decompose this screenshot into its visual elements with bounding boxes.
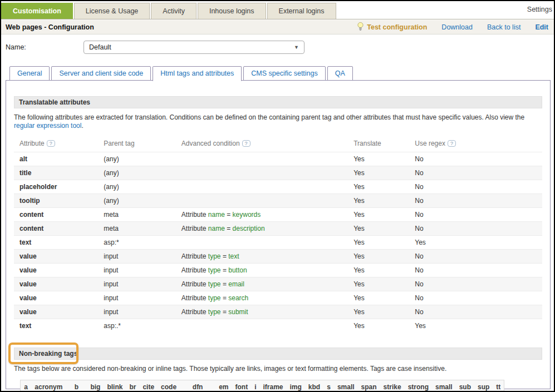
condition-part: type — [208, 266, 221, 274]
name-dropdown[interactable]: Default ▼ — [84, 41, 304, 54]
sub-tab-qa[interactable]: QA — [327, 66, 353, 81]
cell-advanced-condition — [181, 180, 353, 194]
cell-use-regex: No — [415, 277, 513, 291]
cell-parent-tag: input — [104, 250, 181, 264]
condition-part: = — [225, 211, 233, 219]
tag-item: strike — [380, 380, 405, 392]
tag-item: sup — [474, 380, 493, 392]
back-to-list-link[interactable]: Back to list — [487, 23, 520, 31]
cell-translate: Yes — [353, 305, 415, 319]
cell-empty — [514, 236, 542, 250]
top-tab-strip: CustomisationLicense & UsageActivityInho… — [1, 1, 554, 19]
cell-use-regex: No — [415, 305, 513, 319]
tag-item: span — [358, 380, 380, 392]
top-tab-activity[interactable]: Activity — [151, 3, 197, 19]
sub-tab-html-tags-and-attributes[interactable]: Html tags and attributes — [153, 66, 242, 81]
cell-empty — [514, 305, 542, 319]
top-tab-customisation[interactable]: Customisation — [1, 3, 73, 19]
condition-part: type — [208, 280, 221, 288]
condition-part: Attribute — [181, 294, 208, 302]
cell-parent-tag: (any) — [104, 194, 181, 208]
tag-item: b — [66, 380, 87, 392]
cell-use-regex: No — [415, 208, 513, 222]
table-row: valueinputAttribute type = submitYesNo — [14, 305, 542, 319]
cell-advanced-condition: Attribute type = submit — [181, 305, 353, 319]
top-tab-external-logins[interactable]: External logins — [267, 3, 336, 19]
cell-empty — [514, 152, 542, 166]
cell-translate: Yes — [353, 180, 415, 194]
cell-empty — [514, 194, 542, 208]
cell-use-regex: Yes — [415, 236, 513, 250]
tag-item: a — [21, 380, 32, 392]
download-link[interactable]: Download — [441, 23, 473, 31]
cell-advanced-condition: Attribute name = keywords — [181, 208, 353, 222]
condition-part: Attribute — [181, 266, 208, 274]
help-icon[interactable]: ? — [448, 140, 456, 147]
help-icon[interactable]: ? — [242, 140, 251, 147]
cell-empty — [514, 222, 542, 236]
test-configuration-button[interactable]: Test configuration — [357, 22, 427, 33]
cell-advanced-condition: Attribute type = button — [181, 264, 353, 277]
page-title: Web pages - Configuration — [1, 23, 94, 31]
top-tab-bar: CustomisationLicense & UsageActivityInho… — [1, 3, 337, 19]
cell-attribute: value — [14, 277, 104, 291]
tag-item: em — [215, 380, 232, 392]
non-breaking-section: Non-breaking tags — [6, 348, 550, 360]
cell-empty — [514, 250, 542, 264]
test-configuration-label: Test configuration — [367, 23, 427, 31]
cell-attribute: title — [14, 166, 104, 180]
column-header-use-regex: Use regex? — [415, 137, 513, 152]
column-header-translate: Translate — [353, 137, 415, 152]
cell-translate: Yes — [353, 208, 415, 222]
sub-tab-cms-specific-settings[interactable]: CMS specific settings — [243, 66, 325, 81]
cell-translate: Yes — [353, 236, 415, 250]
translatable-attributes-table: Attribute? Parent tag Advanced condition… — [14, 137, 542, 333]
sub-tab-general[interactable]: General — [9, 66, 50, 81]
condition-part: search — [228, 294, 248, 302]
top-tab-license-usage[interactable]: License & Usage — [74, 3, 150, 19]
condition-part: submit — [228, 308, 248, 316]
cell-translate: Yes — [353, 166, 415, 180]
table-row: textasp:.*YesYes — [14, 319, 542, 333]
cell-parent-tag: input — [104, 291, 181, 305]
condition-part: Attribute — [181, 252, 208, 260]
header-bar: Web pages - Configuration Test configura… — [1, 20, 554, 34]
cell-attribute: alt — [14, 152, 104, 166]
cell-translate: Yes — [353, 291, 415, 305]
edit-link[interactable]: Edit — [535, 23, 548, 31]
cell-attribute: value — [14, 264, 104, 277]
cell-translate: Yes — [353, 222, 415, 236]
table-header-row: Attribute? Parent tag Advanced condition… — [14, 137, 542, 152]
cell-advanced-condition: Attribute type = text — [181, 250, 353, 264]
column-label: Translate — [353, 140, 381, 147]
tag-item: big — [87, 380, 104, 392]
table-row: contentmetaAttribute name = descriptionY… — [14, 222, 542, 236]
column-label: Advanced condition — [181, 140, 240, 147]
sub-tab-server-and-client-side-code[interactable]: Server and client side code — [51, 66, 151, 81]
table-row: valueinputAttribute type = textYesNo — [14, 250, 542, 264]
regular-expression-tool-link[interactable]: regular expression tool — [14, 122, 81, 130]
tag-item: i — [251, 380, 259, 392]
table-row: placeholder(any)YesNo — [14, 180, 542, 194]
cell-attribute: tooltip — [14, 194, 104, 208]
name-row: Name: Default ▼ — [1, 34, 554, 59]
help-icon[interactable]: ? — [47, 140, 55, 147]
condition-part: description — [233, 225, 265, 232]
cell-parent-tag: asp:* — [104, 236, 181, 250]
non-breaking-tags-description: The tags below are considered non-breaki… — [14, 365, 542, 373]
cell-advanced-condition — [181, 166, 353, 180]
table-row: valueinputAttribute type = emailYesNo — [14, 277, 542, 291]
cell-advanced-condition — [181, 236, 353, 250]
table-row: contentmetaAttribute name = keywordsYesN… — [14, 208, 542, 222]
cell-use-regex: Yes — [415, 319, 513, 333]
lightbulb-icon — [357, 22, 364, 33]
condition-part: = — [221, 266, 229, 274]
table-row: valueinputAttribute type = searchYesNo — [14, 291, 542, 305]
cell-use-regex: No — [415, 222, 513, 236]
settings-link[interactable]: Settings — [527, 6, 552, 13]
top-tab-inhouse-logins[interactable]: Inhouse logins — [198, 3, 266, 19]
cell-parent-tag: (any) — [104, 180, 181, 194]
cell-parent-tag: input — [104, 277, 181, 291]
description-period: . — [81, 122, 83, 130]
column-header-empty — [514, 137, 542, 152]
